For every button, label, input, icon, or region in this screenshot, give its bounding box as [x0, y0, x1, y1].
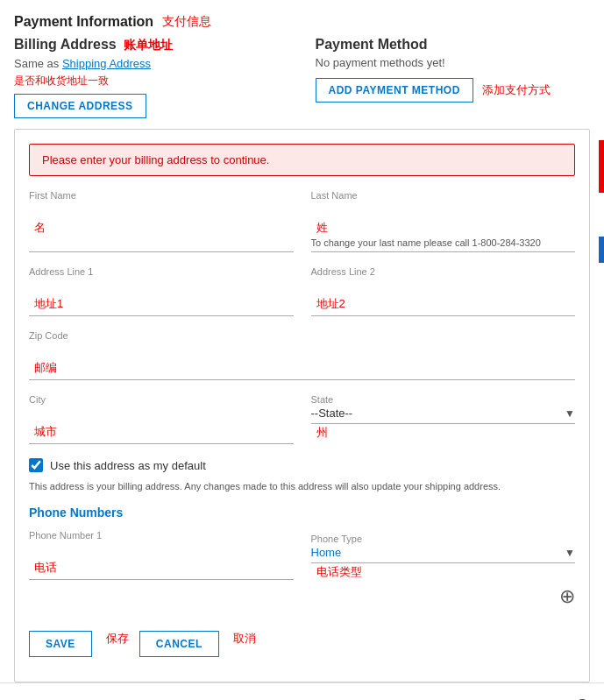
phone-type-chevron-down-icon: ▼ [565, 547, 575, 559]
state-select[interactable]: --State-- ALAKAZAR CACOCTDE FLGAHIID ILI… [311, 407, 565, 420]
cancel-cn: 取消 [233, 631, 256, 657]
add-payment-method-button[interactable]: ADD PAYMENT METHOD [316, 78, 473, 103]
page-title-cn: 支付信息 [162, 14, 211, 30]
address1-cn: 地址1 [34, 297, 63, 310]
city-input[interactable] [29, 407, 294, 423]
last-name-cn: 姓 [316, 221, 328, 234]
city-label: City [29, 394, 294, 405]
zip-cn: 邮编 [34, 361, 57, 374]
state-label: State [311, 394, 576, 405]
page-title: Payment Information [14, 14, 153, 30]
same-as-cn: 是否和收货地址一致 [14, 74, 109, 87]
add-discount-button[interactable]: ⊕ [574, 696, 590, 700]
save-button[interactable]: SAVE [29, 631, 92, 657]
state-cn: 州 [316, 426, 328, 439]
zip-label: Zip Code [29, 330, 575, 341]
last-name-input[interactable] [311, 202, 576, 219]
default-address-label: Use this address as my default [50, 459, 206, 472]
change-address-button[interactable]: CHANGE ADDRESS [14, 94, 146, 118]
address-update-note: This address is your billing address. An… [29, 481, 575, 491]
phone-type-cn: 电话类型 [316, 565, 362, 578]
phone1-cn: 电话 [34, 561, 57, 574]
address2-input[interactable] [311, 279, 576, 295]
last-name-label: Last Name [311, 190, 576, 201]
error-banner: Please enter your billing address to con… [29, 144, 575, 176]
first-name-label: First Name [29, 190, 294, 201]
phone-section-title: Phone Numbers [29, 506, 575, 520]
state-chevron-down-icon: ▼ [565, 407, 575, 420]
default-address-checkbox[interactable] [29, 458, 43, 472]
payment-method-label: Payment Method [316, 37, 428, 52]
cancel-button[interactable]: CANCEL [139, 631, 219, 657]
phone-type-select[interactable]: Home Mobile Work Other [311, 546, 565, 559]
address2-cn: 地址2 [316, 297, 345, 310]
address1-input[interactable] [29, 279, 294, 295]
last-name-note: To change your last name please call 1-8… [311, 237, 576, 248]
zip-input[interactable] [29, 343, 575, 359]
phone1-label: Phone Number 1 [29, 530, 294, 541]
same-as-shipping-text: Same as Shipping Address [14, 57, 151, 70]
add-phone-button[interactable]: ⊕ [559, 587, 575, 606]
billing-address-label: Billing Address [14, 37, 117, 52]
billing-address-form: Please enter your billing address to con… [14, 129, 590, 682]
no-payment-text: No payment methods yet! [316, 56, 445, 69]
first-name-input[interactable] [29, 202, 294, 219]
phone-type-label: Phone Type [311, 534, 576, 544]
save-cn: 保存 [106, 631, 129, 657]
add-payment-cn: 添加支付方式 [482, 83, 551, 96]
phone1-input[interactable] [29, 542, 294, 559]
city-cn: 城市 [34, 425, 57, 438]
address2-label: Address Line 2 [311, 266, 576, 277]
first-name-cn: 名 [34, 221, 46, 234]
billing-address-cn: 账单地址 [124, 38, 173, 52]
discount-section: Apply Discount Or Gift Card ⊕ [0, 682, 604, 700]
address1-label: Address Line 1 [29, 266, 294, 277]
